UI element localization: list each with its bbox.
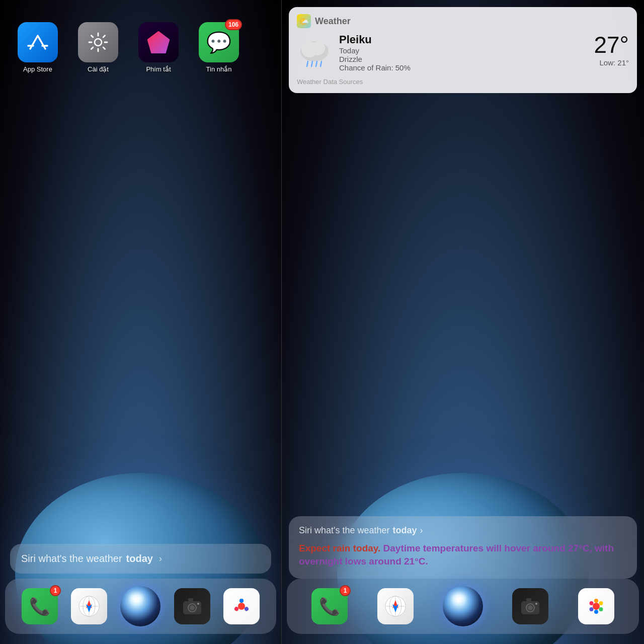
dock-phone-badge-left: 1: [50, 585, 61, 596]
settings-item[interactable]: Cài đặt: [70, 22, 126, 73]
weather-card[interactable]: 🌤️ Weather Pleiku Today Drizzle: [289, 7, 637, 93]
svg-point-34: [528, 605, 533, 610]
weather-body: Pleiku Today Drizzle Chance of Rain: 50%…: [297, 33, 629, 72]
weather-card-header: 🌤️ Weather: [297, 14, 629, 28]
weather-app-icon: 🌤️: [297, 14, 311, 28]
siri-query-today-left: today: [126, 553, 153, 565]
dock-phone-right[interactable]: 📞 1: [311, 588, 348, 624]
siri-chevron-left: ›: [159, 553, 162, 564]
svg-rect-10: [188, 598, 193, 602]
weather-day: Today: [339, 46, 587, 55]
settings-icon: [78, 22, 118, 62]
svg-point-40: [599, 607, 603, 611]
app-store-item[interactable]: App Store: [10, 22, 65, 73]
left-panel: App Store Cài đặt: [0, 0, 282, 644]
dock-right: 📞 1: [287, 579, 639, 634]
siri-query-prefix-left: Siri what's the weather: [21, 553, 122, 565]
svg-point-39: [599, 601, 603, 605]
right-panel: 🌤️ Weather Pleiku Today Drizzle: [282, 0, 644, 644]
messages-badge: 106: [225, 19, 242, 30]
messages-item[interactable]: 💬 106 Tin nhắn: [191, 22, 247, 73]
weather-title: Weather: [315, 16, 351, 27]
messages-icon: 💬 106: [199, 22, 239, 62]
app-store-label: App Store: [23, 65, 52, 73]
weather-rain: Chance of Rain: 50%: [339, 63, 587, 72]
shortcuts-label: Phím tắt: [146, 65, 171, 73]
dock-phone-badge-right: 1: [340, 585, 351, 596]
weather-sources[interactable]: Weather Data Sources: [297, 77, 629, 86]
weather-condition: Drizzle: [339, 55, 587, 63]
dock-camera-left[interactable]: [174, 588, 210, 624]
siri-query-today-right: today: [393, 525, 417, 536]
dock-siri-left[interactable]: [120, 586, 160, 626]
dock-left: 📞 1: [5, 579, 276, 634]
weather-city: Pleiku: [339, 33, 587, 46]
svg-line-23: [311, 61, 312, 66]
svg-point-12: [238, 603, 245, 610]
dock-safari-right[interactable]: [377, 588, 414, 624]
weather-temp-main: 27°: [594, 33, 629, 56]
app-store-icon: [18, 22, 58, 62]
weather-temp-column: 27° Low: 21°: [594, 33, 629, 67]
weather-details: Pleiku Today Drizzle Chance of Rain: 50%: [339, 33, 587, 72]
shortcuts-icon: [138, 22, 179, 62]
siri-query-bar-left[interactable]: Siri what's the weather today ›: [10, 544, 271, 574]
siri-query-line-right: Siri what's the weather today ›: [299, 525, 627, 536]
dock-siri-right[interactable]: [443, 586, 483, 626]
weather-cloud-icon: [297, 35, 332, 72]
svg-point-9: [190, 605, 195, 610]
svg-point-21: [311, 41, 325, 55]
siri-response-text: Expect rain today. Daytime temperatures …: [299, 542, 627, 569]
siri-response-card[interactable]: Siri what's the weather today › Expect r…: [289, 516, 637, 579]
svg-point-38: [594, 599, 598, 603]
weather-sources-link[interactable]: Weather Data Sources: [297, 78, 363, 86]
svg-line-25: [320, 61, 321, 66]
dock-photos-left[interactable]: [223, 588, 260, 624]
svg-line-24: [316, 61, 317, 66]
siri-chevron-right: ›: [420, 525, 423, 536]
svg-point-42: [589, 607, 593, 611]
dock-phone-left[interactable]: 📞 1: [22, 588, 58, 624]
app-grid: App Store Cài đặt: [10, 22, 247, 73]
svg-point-37: [593, 603, 600, 610]
weather-temp-low: Low: 21°: [594, 58, 629, 67]
svg-rect-35: [526, 598, 531, 602]
svg-point-11: [197, 603, 199, 605]
messages-label: Tin nhắn: [206, 65, 232, 73]
svg-point-41: [594, 610, 598, 614]
dock-safari-left[interactable]: [71, 588, 107, 624]
dock-camera-right[interactable]: [512, 588, 548, 624]
svg-point-0: [95, 39, 102, 46]
siri-query-prefix-right: Siri what's the weather: [299, 525, 390, 536]
svg-point-16: [239, 599, 244, 603]
svg-point-36: [535, 603, 537, 605]
shortcuts-item[interactable]: Phím tắt: [131, 22, 186, 73]
dock-photos-right[interactable]: [578, 588, 614, 624]
settings-label: Cài đặt: [88, 65, 109, 73]
svg-line-22: [307, 61, 308, 66]
svg-point-43: [589, 601, 593, 605]
